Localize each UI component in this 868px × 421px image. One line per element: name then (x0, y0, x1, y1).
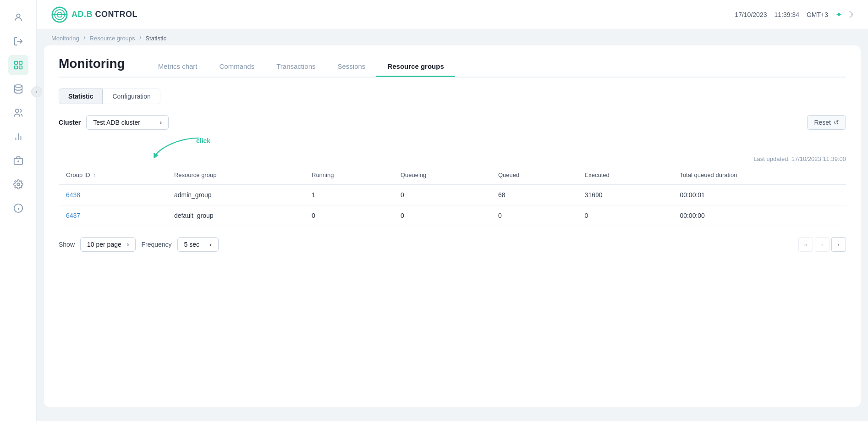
reset-label: Reset (814, 119, 831, 126)
pagination-right: « ‹ › (798, 237, 846, 252)
svg-point-6 (14, 85, 22, 88)
running-count: 0 (304, 205, 393, 226)
sidebar-item-users[interactable] (8, 103, 28, 123)
page-card: Monitoring Metrics chart Commands Transa… (44, 45, 861, 407)
tab-sessions[interactable]: Sessions (327, 57, 377, 77)
tab-transactions[interactable]: Transactions (265, 57, 326, 77)
pagination-bar: Show 10 per page › Frequency 5 sec › « ‹… (59, 237, 846, 252)
col-group-id[interactable]: Group ID ↑ (59, 166, 167, 184)
header-timezone: GMT+3 (807, 11, 828, 18)
reset-icon: ↺ (834, 119, 839, 126)
table-wrap: Group ID ↑ Resource group Running Queuei… (59, 166, 846, 226)
svg-rect-2 (14, 61, 17, 64)
pagination-left: Show 10 per page › Frequency 5 sec › (59, 237, 219, 252)
tab-commands[interactable]: Commands (208, 57, 265, 77)
toolbar: Cluster Test ADB cluster › Reset ↺ (59, 115, 846, 130)
svg-point-0 (16, 14, 20, 17)
col-running[interactable]: Running (304, 166, 393, 184)
page-header: Monitoring Metrics chart Commands Transa… (59, 56, 846, 78)
header: AD.B CONTROL 17/10/2023 11:39:34 GMT+3 ✦… (37, 0, 868, 29)
resource-group-name: admin_group (167, 184, 304, 205)
col-queueing[interactable]: Queueing (393, 166, 491, 184)
header-time: 11:39:34 (774, 11, 799, 18)
col-resource-group[interactable]: Resource group (167, 166, 304, 184)
main-content: AD.B CONTROL 17/10/2023 11:39:34 GMT+3 ✦… (37, 0, 868, 421)
frequency-label: Frequency (141, 241, 171, 248)
breadcrumb-current: Statistic (145, 35, 166, 42)
table-row: 6438 admin_group 1 0 68 31690 00:00:01 (59, 184, 846, 205)
click-annotation-arrow (149, 135, 204, 158)
queued-count: 0 (491, 205, 577, 226)
queueing-count: 0 (393, 184, 491, 205)
queueing-count: 0 (393, 205, 491, 226)
tab-resource-groups[interactable]: Resource groups (376, 57, 455, 77)
chevron-right-icon: › (209, 241, 212, 248)
queued-count: 68 (491, 184, 577, 205)
sidebar-toggle[interactable]: › (31, 86, 42, 97)
sidebar-item-jobs[interactable] (8, 150, 28, 171)
sidebar-item-database[interactable] (8, 79, 28, 99)
page-title: Monitoring (59, 56, 125, 77)
header-date: 17/10/2023 (735, 11, 767, 18)
table-header-row: Group ID ↑ Resource group Running Queuei… (59, 166, 846, 184)
executed-count: 31690 (577, 184, 673, 205)
sort-icon: ↑ (93, 172, 96, 178)
tabs: Metrics chart Commands Transactions Sess… (147, 57, 455, 76)
sub-tab-statistic[interactable]: Statistic (59, 89, 103, 104)
svg-point-7 (15, 109, 18, 112)
light-theme-icon[interactable]: ✦ (835, 10, 842, 20)
sidebar-item-user[interactable] (8, 7, 28, 28)
per-page-value: 10 per page (87, 241, 121, 248)
chevron-right-icon: › (160, 119, 162, 126)
next-page-button[interactable]: › (831, 237, 846, 252)
cluster-dropdown[interactable]: Test ADB cluster › (86, 115, 169, 130)
table-row: 6437 default_group 0 0 0 0 00:00:00 (59, 205, 846, 226)
total-queued-duration: 00:00:01 (672, 184, 846, 205)
reset-button[interactable]: Reset ↺ (807, 115, 846, 130)
sidebar (0, 0, 37, 421)
logo: AD.B CONTROL (51, 6, 137, 23)
col-executed[interactable]: Executed (577, 166, 673, 184)
theme-switcher: ✦ ☽ (835, 10, 853, 20)
svg-point-14 (17, 183, 20, 186)
first-page-button[interactable]: « (798, 237, 813, 252)
svg-rect-4 (14, 66, 17, 69)
executed-count: 0 (577, 205, 673, 226)
content-area: Monitoring / Resource groups / Statistic… (37, 29, 868, 421)
running-count: 1 (304, 184, 393, 205)
sidebar-item-settings[interactable] (8, 174, 28, 194)
sidebar-item-reports[interactable] (8, 127, 28, 147)
sidebar-item-logout[interactable] (8, 31, 28, 51)
resource-groups-table: Group ID ↑ Resource group Running Queuei… (59, 166, 846, 226)
cluster-label: Cluster (59, 119, 81, 126)
sub-tabs: Statistic Configuration (59, 89, 846, 104)
prev-page-button[interactable]: ‹ (815, 237, 830, 252)
breadcrumb-resource-groups[interactable]: Resource groups (90, 35, 135, 42)
resource-group-name: default_group (167, 205, 304, 226)
dark-theme-icon[interactable]: ☽ (846, 10, 853, 20)
show-label: Show (59, 241, 75, 248)
breadcrumb: Monitoring / Resource groups / Statistic (37, 29, 868, 45)
chevron-right-icon: › (127, 241, 129, 248)
tab-metrics-chart[interactable]: Metrics chart (147, 57, 209, 77)
logo-text: AD.B CONTROL (71, 10, 137, 19)
cluster-value: Test ADB cluster (93, 119, 140, 126)
sidebar-item-monitoring[interactable] (8, 55, 28, 75)
header-right: 17/10/2023 11:39:34 GMT+3 ✦ ☽ (735, 10, 853, 20)
group-id-6438[interactable]: 6438 (66, 191, 80, 199)
total-queued-duration: 00:00:00 (672, 205, 846, 226)
per-page-select[interactable]: 10 per page › (80, 237, 136, 252)
col-queued[interactable]: Queued (491, 166, 577, 184)
frequency-select[interactable]: 5 sec › (177, 237, 219, 252)
svg-rect-5 (19, 66, 22, 69)
col-total-queued[interactable]: Total queued duration (672, 166, 846, 184)
sidebar-item-info[interactable] (8, 198, 28, 218)
frequency-value: 5 sec (184, 241, 199, 248)
svg-rect-3 (19, 61, 22, 64)
breadcrumb-monitoring[interactable]: Monitoring (51, 35, 79, 42)
group-id-6437[interactable]: 6437 (66, 212, 80, 219)
sub-tab-configuration[interactable]: Configuration (103, 89, 160, 104)
cluster-select: Cluster Test ADB cluster › (59, 115, 169, 130)
